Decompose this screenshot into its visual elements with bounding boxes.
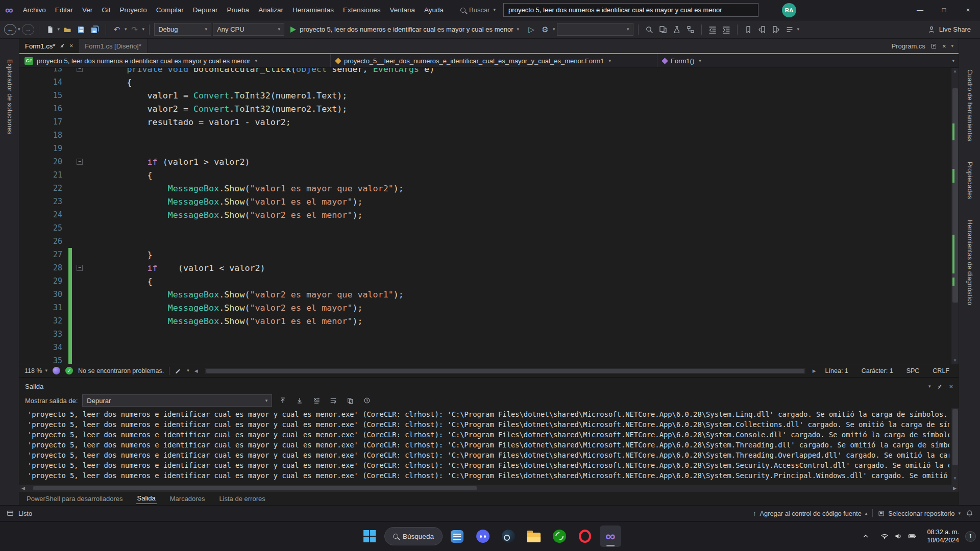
redo-chevron-icon[interactable]: ▾ (142, 27, 145, 32)
code-line[interactable]: 17 resultado = valor1 - valor2; (19, 115, 951, 129)
start-debugging-button[interactable]: proyecto 5, leer dos numeros e identific… (286, 22, 524, 36)
fold-collapse-icon[interactable]: − (74, 261, 86, 274)
code-line[interactable]: 28− if (valor1 < valor2) (19, 261, 951, 274)
menu-extensiones[interactable]: Extensiones (338, 4, 385, 16)
code-line[interactable]: 31 MessageBox.Show("valor2 es el mayor")… (19, 301, 951, 314)
open-file-icon[interactable] (61, 23, 74, 36)
select-repository-button[interactable]: Seleccionar repositorio ▾ (878, 510, 961, 517)
add-to-source-control-button[interactable]: ↑ Agregar al control de código fuente ▴ (753, 510, 867, 517)
tray-quick-settings[interactable] (876, 529, 921, 544)
output-log[interactable]: 'proyecto 5, leer dos numeros e identifi… (19, 408, 959, 485)
copy-output-icon[interactable] (344, 395, 356, 406)
menu-ventana[interactable]: Ventana (385, 4, 420, 16)
previous-bookmark-icon[interactable] (756, 23, 768, 36)
menu-ayuda[interactable]: Ayuda (420, 4, 448, 16)
navigate-back-icon[interactable]: ← (4, 24, 16, 35)
back-history-chevron-icon[interactable]: ▾ (18, 27, 20, 32)
clock-date[interactable]: 08:32 a. m. 10/04/2024 (927, 528, 959, 544)
scrollbar-thumb[interactable] (952, 409, 958, 465)
save-icon[interactable] (75, 23, 87, 36)
undo-icon[interactable]: ↶ (111, 23, 123, 36)
opera-app-icon[interactable] (574, 525, 596, 547)
notification-count-badge[interactable]: 1 (965, 531, 976, 542)
show-output-from-dropdown[interactable]: Depurar ▾ (82, 394, 272, 407)
title-search-input[interactable]: proyecto 5, leer dos numeros e identific… (503, 3, 758, 17)
new-file-chevron-icon[interactable]: ▾ (58, 27, 60, 32)
menu-herramientas[interactable]: Herramientas (288, 4, 338, 16)
health-indicator-icon[interactable] (53, 367, 60, 374)
pin-icon[interactable] (59, 43, 65, 49)
test-explorer-icon[interactable] (671, 23, 683, 36)
code-line[interactable]: 32 MessageBox.Show("valor1 es el menor")… (19, 314, 951, 328)
scroll-down-icon[interactable]: ▼ (951, 358, 959, 363)
scroll-left-icon[interactable]: ◀ (194, 368, 198, 373)
code-line[interactable]: 13− private void botoncalcular_Click(obj… (19, 68, 951, 76)
redo-icon[interactable]: ↷ (129, 23, 141, 36)
code-line[interactable]: 18 (19, 129, 951, 142)
code-line[interactable]: 21 { (19, 168, 951, 182)
next-message-icon[interactable] (293, 395, 306, 406)
live-share-button[interactable]: Live Share (927, 26, 976, 34)
menu-editar[interactable]: Editar (51, 4, 78, 16)
close-panel-icon[interactable]: × (949, 383, 953, 390)
visual-studio-app-icon[interactable]: ∞ (600, 525, 621, 547)
menu-depurar[interactable]: Depurar (188, 4, 223, 16)
notifications-bell-icon[interactable] (966, 510, 973, 517)
toolbar-extra-dropdown[interactable]: ▾ (557, 23, 633, 36)
scroll-right-icon[interactable]: ▶ (953, 486, 957, 491)
problems-status-text[interactable]: No se encontraron problemas. (78, 367, 164, 374)
chevron-down-icon[interactable]: ▾ (187, 368, 189, 373)
column-indicator[interactable]: Carácter: 1 (857, 367, 897, 374)
menu-compilar[interactable]: Compilar (152, 4, 188, 16)
scroll-down-icon[interactable]: ▼ (951, 473, 959, 484)
code-line[interactable]: 22 MessageBox.Show("valor1 es mayor que … (19, 182, 951, 195)
scroll-left-icon[interactable]: ◀ (21, 486, 25, 491)
background-tasks-icon[interactable] (7, 510, 14, 517)
code-line[interactable]: 35 (19, 354, 951, 364)
debug-target-settings-icon[interactable]: ⚙ (539, 23, 551, 36)
code-line[interactable]: 16 valor2 = Convert.ToInt32(numero2.Text… (19, 102, 951, 115)
side-tab-propiedades[interactable]: Propiedades (966, 162, 973, 199)
tray-chevron-up-icon[interactable] (862, 532, 870, 540)
code-editor[interactable]: 13− private void botoncalcular_Click(obj… (19, 68, 959, 364)
window-position-icon[interactable]: ▾ (928, 384, 931, 389)
close-button[interactable]: × (956, 0, 980, 20)
code-line[interactable]: 23 MessageBox.Show("valor1 es el mayor")… (19, 195, 951, 208)
code-line[interactable]: 15 valor1 = Convert.ToInt32(numero1.Text… (19, 89, 951, 102)
no-problems-check-icon[interactable]: ✓ (65, 367, 73, 374)
solution-explorer-sync-icon[interactable] (657, 23, 669, 36)
menu-proyecto[interactable]: Proyecto (115, 4, 152, 16)
code-line[interactable]: 26 (19, 235, 951, 248)
code-line[interactable]: 34 (19, 341, 951, 354)
fold-collapse-icon[interactable]: − (74, 155, 86, 168)
bookmark-toggle-icon[interactable] (742, 23, 754, 36)
code-line[interactable]: 20− if (valor1 > valor2) (19, 155, 951, 168)
maximize-button[interactable]: □ (932, 0, 956, 20)
menu-archivo[interactable]: Archivo (18, 4, 51, 16)
editor-horizontal-scrollbar[interactable] (205, 368, 805, 374)
close-document-icon[interactable]: × (942, 42, 946, 50)
toolbar-overflow-icon[interactable] (783, 23, 796, 36)
taskbar-search[interactable]: Búsqueda (384, 527, 443, 545)
tab-form1-designer[interactable]: Form1.cs [Diseño]* (79, 39, 148, 53)
fold-collapse-icon[interactable]: − (74, 68, 86, 76)
code-line[interactable]: 24 MessageBox.Show("valor2 es el menor")… (19, 208, 951, 221)
code-line[interactable]: 33 (19, 328, 951, 341)
solution-platforms-dropdown[interactable]: Any CPU ▾ (213, 23, 284, 36)
output-horizontal-scrollbar[interactable]: ◀ ▶ (19, 485, 959, 492)
code-line[interactable]: 30 MessageBox.Show("valor2 es mayor que … (19, 288, 951, 301)
discord-app-icon[interactable] (472, 525, 494, 547)
editor-vertical-scrollbar[interactable]: ▲ ▼ (951, 68, 959, 364)
scroll-up-icon[interactable]: ▲ (951, 69, 959, 73)
undo-chevron-icon[interactable]: ▾ (125, 27, 127, 32)
menu-analizar[interactable]: Analizar (254, 4, 288, 16)
find-in-files-icon[interactable] (643, 23, 655, 36)
panel-tab-lista-de-errores[interactable]: Lista de errores (218, 493, 266, 504)
xbox-app-icon[interactable] (549, 525, 570, 547)
side-tab-herramientas-de-diagnóstico[interactable]: Herramientas de diagnóstico (966, 220, 973, 305)
document-well-options-icon[interactable]: ▾ (951, 44, 953, 48)
minimize-button[interactable]: — (908, 0, 932, 20)
scrollbar-thumb[interactable] (206, 369, 804, 373)
navigate-forward-icon[interactable]: → (22, 24, 34, 35)
line-ending-indicator[interactable]: CRLF (928, 367, 953, 374)
